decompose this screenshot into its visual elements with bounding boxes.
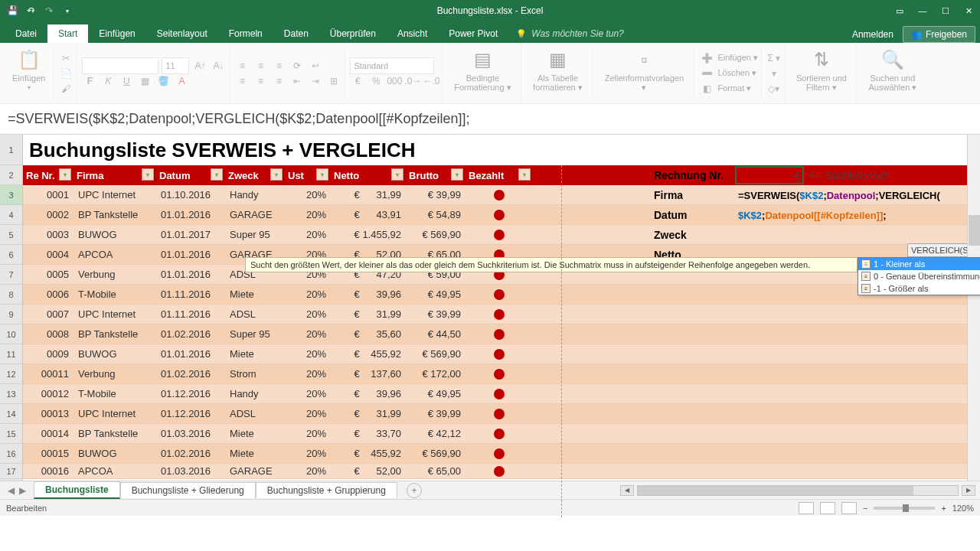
clear-icon[interactable]: ◇▾ — [766, 81, 782, 96]
tab-einfuegen[interactable]: Einfügen — [88, 24, 145, 43]
tab-powerpivot[interactable]: Power Pivot — [438, 24, 508, 43]
find-select-button[interactable]: 🔍Suchen und Auswählen ▾ — [861, 46, 924, 93]
sign-in-link[interactable]: Anmelden — [852, 29, 900, 40]
filter-button[interactable]: ▾ — [316, 168, 328, 181]
redo-icon[interactable]: ↷▾ — [43, 5, 55, 17]
number-format-select[interactable]: Standard — [350, 57, 434, 74]
thousands-icon[interactable]: 000 — [387, 73, 402, 89]
tab-ansicht[interactable]: Ansicht — [387, 24, 438, 43]
worksheet-grid[interactable]: 1 2 34567891011121314151617 Buchungslist… — [0, 135, 980, 481]
autocomplete-option-neg1[interactable]: ≡-1 - Größer als — [858, 282, 980, 295]
merge-icon[interactable]: ⊞ — [326, 73, 341, 89]
rechnung-nr-value[interactable]: 4 — [735, 166, 804, 184]
close-icon[interactable]: ✕ — [957, 0, 980, 21]
hscroll-left-icon[interactable]: ◀ — [620, 485, 634, 496]
maximize-icon[interactable]: ☐ — [934, 0, 957, 21]
cell-styles-button[interactable]: ▫Zellenformatvorlagen ▾ — [597, 46, 691, 93]
filter-button[interactable]: ▾ — [211, 168, 223, 181]
increase-decimal-icon[interactable]: .0→ — [405, 73, 420, 89]
tab-ueberpruefen[interactable]: Überprüfen — [319, 24, 387, 43]
sheet-tab-3[interactable]: Buchungsliste + Gruppierung — [256, 482, 397, 498]
table-row[interactable]: 0009BUWOG01.01.2016Miete20%€ 455,92€ 569… — [23, 344, 980, 364]
undo-icon[interactable]: ↶▾ — [24, 5, 37, 17]
tab-formeln[interactable]: Formeln — [218, 24, 273, 43]
tab-start[interactable]: Start — [47, 24, 88, 43]
copy-icon[interactable]: 📄 — [58, 66, 74, 81]
sheet-nav-next-icon[interactable]: ▶ — [19, 485, 26, 496]
page-layout-view-icon[interactable] — [820, 502, 835, 514]
format-cells-button[interactable]: ◧Format ▾ — [699, 81, 757, 96]
zoom-level[interactable]: 120% — [952, 504, 974, 513]
orientation-icon[interactable]: ⟳ — [289, 58, 305, 73]
align-right-icon[interactable]: ≡ — [271, 73, 286, 89]
sheet-tab-1[interactable]: Buchungsliste — [34, 481, 120, 499]
percent-icon[interactable]: % — [368, 73, 384, 89]
share-button[interactable]: 👥Freigeben — [903, 26, 975, 43]
border-icon[interactable]: ▦ — [137, 73, 152, 89]
font-color-icon[interactable]: A — [174, 73, 189, 89]
zoom-out-icon[interactable]: − — [863, 504, 867, 513]
align-center-icon[interactable]: ≡ — [253, 73, 268, 89]
horizontal-scrollbar[interactable] — [637, 485, 959, 496]
indent-decrease-icon[interactable]: ⇤ — [289, 73, 305, 89]
delete-cells-button[interactable]: ➖Löschen ▾ — [699, 66, 757, 81]
qat-customize-icon[interactable]: ▾ — [61, 5, 74, 17]
increase-font-icon[interactable]: A↑ — [192, 58, 207, 73]
filter-button[interactable]: ▾ — [391, 168, 403, 181]
filter-button[interactable]: ▾ — [59, 168, 71, 181]
sheet-tab-2[interactable]: Buchungsliste + Gliederung — [120, 482, 256, 498]
table-row[interactable]: 0006T-Mobile01.11.2016Miete20%€ 39,96€ 4… — [23, 285, 980, 305]
filter-button[interactable]: ▾ — [451, 168, 463, 181]
tab-seitenlayout[interactable]: Seitenlayout — [146, 24, 218, 43]
autocomplete-option-0[interactable]: ≡0 - Genaue Übereinstimmung — [858, 270, 980, 282]
align-top-icon[interactable]: ≡ — [234, 58, 250, 73]
normal-view-icon[interactable] — [799, 502, 814, 514]
add-sheet-button[interactable]: + — [407, 483, 422, 498]
sort-filter-button[interactable]: ⇅Sortieren und Filtern ▾ — [790, 46, 853, 93]
ribbon-options-icon[interactable]: ▭ — [888, 0, 911, 21]
filter-button[interactable]: ▾ — [518, 168, 531, 181]
zoom-in-icon[interactable]: + — [941, 504, 946, 513]
align-bottom-icon[interactable]: ≡ — [271, 58, 286, 73]
conditional-formatting-button[interactable]: ▤Bedingte Formatierung ▾ — [447, 46, 518, 93]
currency-icon[interactable]: € — [350, 73, 365, 89]
save-icon[interactable]: 💾 — [6, 5, 18, 17]
autocomplete-dropdown[interactable]: ≡1 - Kleiner als ≡0 - Genaue Übereinstim… — [858, 257, 980, 295]
formula-bar[interactable]: =SVERWEIS($K$2;Datenpool;VERGLEICH($K$2;… — [0, 104, 980, 135]
hscroll-right-icon[interactable]: ▶ — [962, 485, 975, 496]
insert-cells-button[interactable]: ➕Einfügen ▾ — [699, 51, 757, 66]
autocomplete-option-1[interactable]: ≡1 - Kleiner als — [858, 258, 980, 270]
decrease-font-icon[interactable]: A↓ — [211, 58, 226, 73]
italic-icon[interactable]: K — [100, 73, 116, 89]
table-row[interactable]: 00011Verbung01.02.2016Strom20%€ 137,60€ … — [23, 364, 980, 384]
decrease-decimal-icon[interactable]: ←.0 — [423, 73, 439, 89]
page-break-view-icon[interactable] — [841, 502, 857, 514]
align-middle-icon[interactable]: ≡ — [253, 58, 268, 73]
tab-datei[interactable]: Datei — [5, 24, 47, 43]
tab-daten[interactable]: Daten — [273, 24, 319, 43]
fill-color-icon[interactable]: 🪣 — [155, 73, 171, 89]
align-left-icon[interactable]: ≡ — [234, 73, 250, 89]
zoom-slider[interactable] — [874, 507, 935, 510]
table-row[interactable]: 0007UPC Internet01.11.2016ADSL20%€ 31,99… — [23, 305, 980, 324]
fill-icon[interactable]: ▾ — [766, 66, 782, 81]
table-row[interactable]: 00013UPC Internet01.12.2016ADSL20%€ 31,9… — [23, 404, 980, 424]
minimize-icon[interactable]: — — [911, 0, 934, 21]
font-size-input[interactable]: 11 — [162, 57, 189, 74]
table-row[interactable]: 00014BP Tankstelle01.03.2016Miete20%€ 33… — [23, 424, 980, 444]
cut-icon[interactable]: ✂ — [58, 51, 74, 66]
format-as-table-button[interactable]: ▦Als Tabelle formatieren ▾ — [526, 46, 589, 93]
paste-button[interactable]: 📋 Einfügen▾ — [8, 46, 50, 93]
table-row[interactable]: 00012T-Mobile01.12.2016Handy20%€ 39,96€ … — [23, 384, 980, 404]
sheet-nav-prev-icon[interactable]: ◀ — [8, 485, 15, 496]
filter-button[interactable]: ▾ — [270, 168, 283, 181]
filter-button[interactable]: ▾ — [142, 168, 154, 181]
tell-me-input[interactable]: Was möchten Sie tun? — [508, 24, 632, 43]
font-name-input[interactable] — [82, 57, 158, 74]
vertical-scrollbar[interactable] — [967, 135, 980, 481]
bold-icon[interactable]: F — [82, 73, 97, 89]
table-row[interactable]: 00016APCOA01.03.2016GARAGE20%€ 52,00€ 65… — [23, 464, 980, 479]
table-row[interactable]: 00015BUWOG01.02.2016Miete20%€ 455,92€ 56… — [23, 444, 980, 464]
autosum-icon[interactable]: Σ ▾ — [766, 51, 782, 66]
wrap-text-icon[interactable]: ↩ — [308, 58, 323, 73]
